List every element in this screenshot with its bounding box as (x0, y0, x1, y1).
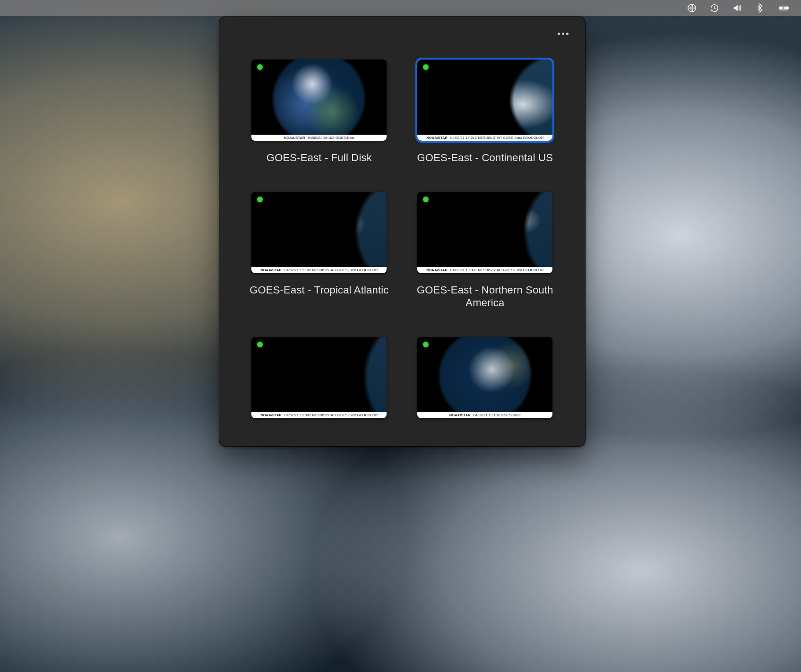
globe-icon[interactable] (686, 2, 698, 14)
wallpaper-card[interactable]: NOAA/STAR04/02/21 19:21Z NESDIS/STAR GOE… (413, 60, 557, 164)
wallpaper-title: GOES-East - Full Disk (267, 151, 372, 164)
status-dot (423, 197, 429, 202)
panel-header (219, 17, 585, 50)
status-dot (423, 342, 429, 347)
caption-source: NOAA/STAR (426, 267, 448, 273)
wallpaper-title: GOES-East - Northern South America (414, 284, 556, 310)
battery-icon[interactable] (776, 2, 792, 14)
caption-text: 04/02/21 19:21Z NESDIS/STAR GOES-East GE… (450, 135, 543, 141)
image-caption-strip: NOAA/STAR04/02/21 19:00Z NESDIS/STAR GOE… (417, 267, 552, 273)
satellite-image (417, 192, 552, 273)
caption-text: 04/02/21 19:10Z GOES-West (474, 412, 521, 418)
satellite-image (251, 60, 387, 141)
image-caption-strip: NOAA/STAR04/02/21 19:10Z GOES-West (417, 412, 552, 418)
caption-source: NOAA/STAR (449, 412, 471, 418)
wallpaper-card[interactable]: NOAA/STAR04/02/21 19:00Z NESDIS/STAR GOE… (413, 192, 557, 310)
status-dot (423, 64, 429, 70)
wallpaper-thumbnail[interactable]: NOAA/STAR04/02/21 19:10Z GOES-West (417, 337, 552, 418)
satellite-image (417, 60, 552, 141)
satellite-image (251, 192, 387, 273)
status-dot (257, 197, 263, 202)
wallpaper-thumbnail[interactable]: NOAA/STAR04/02/21 19:21Z NESDIS/STAR GOE… (417, 60, 552, 141)
volume-icon[interactable] (731, 2, 743, 14)
wallpaper-title: GOES-East - Tropical Atlantic (250, 284, 388, 297)
bluetooth-icon[interactable] (754, 2, 766, 14)
svg-rect-2 (788, 7, 789, 9)
wallpaper-thumbnail[interactable]: NOAA/STAR04/02/21 19:10Z NESDIS/STAR GOE… (251, 192, 387, 273)
caption-text: 04/02/21 19:00Z NESDIS/STAR GOES-East GE… (284, 412, 378, 418)
wallpaper-thumbnail[interactable]: NOAA/STAR04/02/21 19:00Z NESDIS/STAR GOE… (417, 192, 552, 273)
wallpaper-card[interactable]: NOAA/STAR04/02/21 19:10Z NESDIS/STAR GOE… (248, 192, 391, 310)
satellite-image (417, 337, 552, 418)
image-caption-strip: NOAA/STAR04/02/21 19:10Z NESDIS/STAR GOE… (251, 267, 387, 273)
wallpaper-picker-panel: NOAA/STAR04/02/21 19:10Z GOES-EastGOES-E… (219, 17, 586, 447)
caption-source: NOAA/STAR (426, 135, 448, 141)
image-caption-strip: NOAA/STAR04/02/21 19:21Z NESDIS/STAR GOE… (417, 135, 552, 141)
caption-source: NOAA/STAR (260, 412, 282, 418)
time-machine-icon[interactable] (708, 2, 721, 14)
image-caption-strip: NOAA/STAR04/02/21 19:10Z GOES-East (251, 135, 387, 141)
wallpaper-title: GOES-East - Continental US (417, 151, 553, 164)
caption-text: 04/02/21 19:10Z GOES-East (308, 135, 354, 141)
panel-body[interactable]: NOAA/STAR04/02/21 19:10Z GOES-EastGOES-E… (219, 50, 585, 446)
image-caption-strip: NOAA/STAR04/02/21 19:00Z NESDIS/STAR GOE… (251, 412, 387, 418)
wallpaper-card[interactable]: NOAA/STAR04/02/21 19:10Z GOES-EastGOES-E… (248, 60, 391, 164)
wallpaper-thumbnail[interactable]: NOAA/STAR04/02/21 19:10Z GOES-East (251, 60, 387, 141)
thumbnail-grid: NOAA/STAR04/02/21 19:10Z GOES-EastGOES-E… (248, 60, 557, 429)
caption-source: NOAA/STAR (260, 267, 282, 273)
status-dot (257, 342, 263, 347)
caption-source: NOAA/STAR (284, 135, 305, 141)
caption-text: 04/02/21 19:00Z NESDIS/STAR GOES-East GE… (450, 267, 543, 273)
more-button[interactable] (555, 28, 572, 39)
status-dot (257, 64, 263, 70)
menubar (0, 0, 801, 16)
wallpaper-card[interactable]: NOAA/STAR04/02/21 19:10Z GOES-West (413, 337, 557, 429)
caption-text: 04/02/21 19:10Z NESDIS/STAR GOES-East GE… (284, 267, 378, 273)
satellite-image (251, 337, 387, 418)
wallpaper-thumbnail[interactable]: NOAA/STAR04/02/21 19:00Z NESDIS/STAR GOE… (251, 337, 387, 418)
wallpaper-card[interactable]: NOAA/STAR04/02/21 19:00Z NESDIS/STAR GOE… (248, 337, 391, 429)
